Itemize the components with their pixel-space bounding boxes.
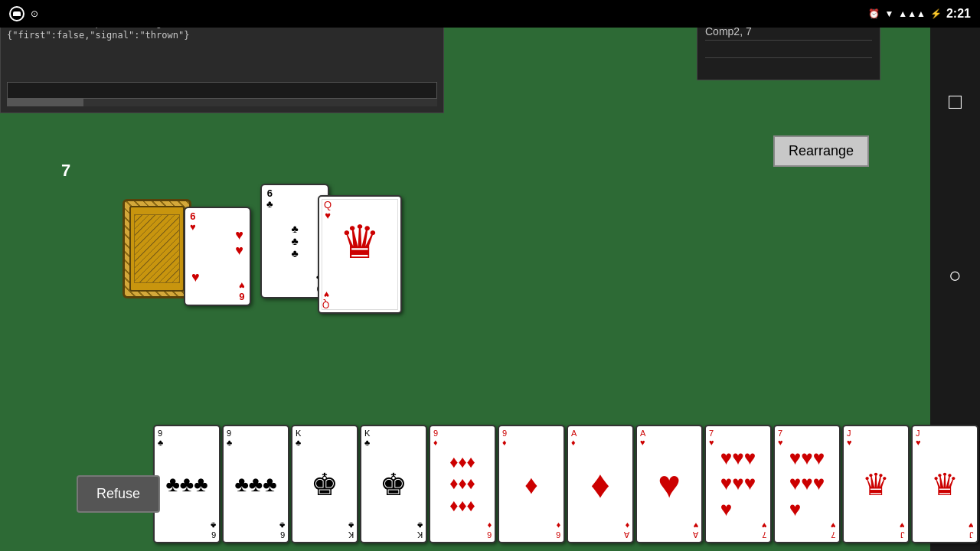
bc2-center: ♣♣♣ <box>291 223 298 259</box>
hc9-top: 7♥ <box>709 429 714 447</box>
hand-card-7[interactable]: A♦ A♦ ♦ <box>567 425 634 543</box>
hc12-top: J♥ <box>916 429 921 447</box>
hand-card-9[interactable]: 7♥ 7♥ ♥♥♥♥♥♥♥ <box>704 425 772 543</box>
hc8-top: A♥ <box>640 429 645 447</box>
hand-card-3[interactable]: K♣ K♣ ♚ <box>291 425 358 543</box>
wifi-icon: ▲▲▲ <box>898 8 926 19</box>
hand-card-8[interactable]: A♥ A♥ ♥ <box>635 425 703 543</box>
player-score-empty1 <box>705 41 872 58</box>
hc3-top: K♣ <box>296 429 301 447</box>
android-icon <box>9 6 24 21</box>
hc7-top: A♦ <box>571 429 577 447</box>
hand-card-5[interactable]: 9♦ 6♦ ♦♦♦♦♦♦♦♦♦ <box>429 425 496 543</box>
hc2-center: ♣♣♣ <box>234 472 276 497</box>
queen-top: Q♥ <box>324 200 332 222</box>
signal-icon: ▼ <box>884 8 893 19</box>
hand-card-11[interactable]: J♥ J♥ ♛ <box>842 425 910 543</box>
hc8-bot: A♥ <box>693 521 698 540</box>
hc10-top: 7♥ <box>778 429 783 447</box>
hc11-top: J♥ <box>847 429 852 447</box>
hc1-bot: 6♣ <box>211 521 216 540</box>
hc5-center: ♦♦♦♦♦♦♦♦♦ <box>449 452 475 517</box>
hc9-center: ♥♥♥♥♥♥♥ <box>720 445 756 523</box>
hc5-top: 9♦ <box>433 429 438 447</box>
hand-card-6[interactable]: 9♦ 6♦ ♦ <box>498 425 565 543</box>
hc11-bot: J♥ <box>900 521 905 540</box>
game-area: {"card":[4,0],"plid":0,"signal":"turna"}… <box>0 0 930 551</box>
suit-symbol-3: ♥ <box>191 269 200 285</box>
face-card-bottom-corner: 6♥ <box>239 279 245 302</box>
hc4-top: K♣ <box>364 429 370 447</box>
status-left: ⊙ <box>9 6 38 21</box>
hc12-center: ♛ <box>931 467 959 502</box>
hc4-center: ♚ <box>380 467 407 502</box>
app-icon: ⊙ <box>31 8 38 19</box>
debug-line-3: {"first":false,"signal":"thrown"} <box>7 30 437 41</box>
hc7-bot: A♦ <box>624 521 629 540</box>
hc2-top: 9♣ <box>227 429 232 447</box>
hc10-center: ♥♥♥♥♥♥♥ <box>789 445 825 523</box>
hc8-center: ♥ <box>658 462 681 507</box>
card-back[interactable] <box>122 199 191 298</box>
queen-figure: ♛ <box>339 220 381 266</box>
refuse-button[interactable]: Refuse <box>77 475 160 513</box>
hand-card-10[interactable]: 7♥ 7♥ ♥♥♥♥♥♥♥ <box>773 425 841 543</box>
hc12-bot: J♥ <box>969 521 974 540</box>
battery-icon: ⚡ <box>930 8 942 19</box>
hc7-center: ♦ <box>590 462 610 507</box>
suit-symbol-1: ♥ <box>235 227 243 243</box>
hc9-bot: 7♥ <box>762 521 767 540</box>
hc2-bot: 6♣ <box>279 521 285 540</box>
bc2-top: 6♣ <box>266 188 273 210</box>
hc10-bot: 7♥ <box>831 521 836 540</box>
square-button[interactable]: □ <box>939 85 972 119</box>
status-bar: ⊙ ⏰ ▼ ▲▲▲ ⚡ 2:21 <box>0 0 980 28</box>
hc1-center: ♣♣♣ <box>165 472 207 497</box>
suit-symbol-2: ♥ <box>235 243 243 259</box>
queen-card[interactable]: Q♥ ♛ Q♥ <box>318 195 402 314</box>
hc6-top: 9♦ <box>502 429 507 447</box>
face-card-6[interactable]: 6♥ ♥ ♥ ♥ 6♥ <box>184 207 251 306</box>
hc11-center: ♛ <box>862 467 890 502</box>
face-card-top-corner: 6♥ <box>190 211 196 233</box>
hc5-bot: 6♦ <box>487 521 492 540</box>
hc3-bot: K♣ <box>348 521 354 540</box>
hand-card-4[interactable]: K♣ K♣ ♚ <box>360 425 427 543</box>
hand-card-2[interactable]: 9♣ 6♣ ♣♣♣ <box>222 425 289 543</box>
card-back-pattern <box>134 214 180 283</box>
hc6-center: ♦ <box>524 469 537 499</box>
hc3-center: ♚ <box>311 467 338 502</box>
player-hand: 9♣ 6♣ ♣♣♣ 9♣ 6♣ ♣♣♣ K♣ K♣ ♚ K♣ K♣ ♚ 9♦ 6… <box>153 425 980 543</box>
circle-button[interactable]: ○ <box>939 259 972 292</box>
debug-input[interactable] <box>7 82 437 99</box>
clock-icon: ⏰ <box>868 8 880 19</box>
card-back-inner <box>129 206 185 292</box>
score-display: 7 <box>61 161 70 181</box>
hc6-bot: 6♦ <box>556 521 560 540</box>
queen-bottom-corner: Q♥ <box>322 289 329 309</box>
rearrange-button[interactable]: Rearrange <box>773 135 869 167</box>
hc4-bot: K♣ <box>417 521 423 540</box>
time-display: 2:21 <box>946 7 971 21</box>
android-head <box>13 11 21 16</box>
hc1-top: 9♣ <box>158 429 163 447</box>
debug-scrollbar[interactable] <box>7 99 437 106</box>
debug-scrollbar-thumb <box>7 99 83 106</box>
status-right: ⏰ ▼ ▲▲▲ ⚡ 2:21 <box>868 7 971 21</box>
hand-card-1[interactable]: 9♣ 6♣ ♣♣♣ <box>153 425 220 543</box>
play-area: 6♥ ♥ ♥ ♥ 6♥ 6♣ ♣♣♣ 9♣ Q♥ ♛ Q♥ <box>46 184 582 398</box>
player-score-empty2 <box>705 58 872 75</box>
hand-card-12[interactable]: J♥ J♥ ♛ <box>911 425 978 543</box>
